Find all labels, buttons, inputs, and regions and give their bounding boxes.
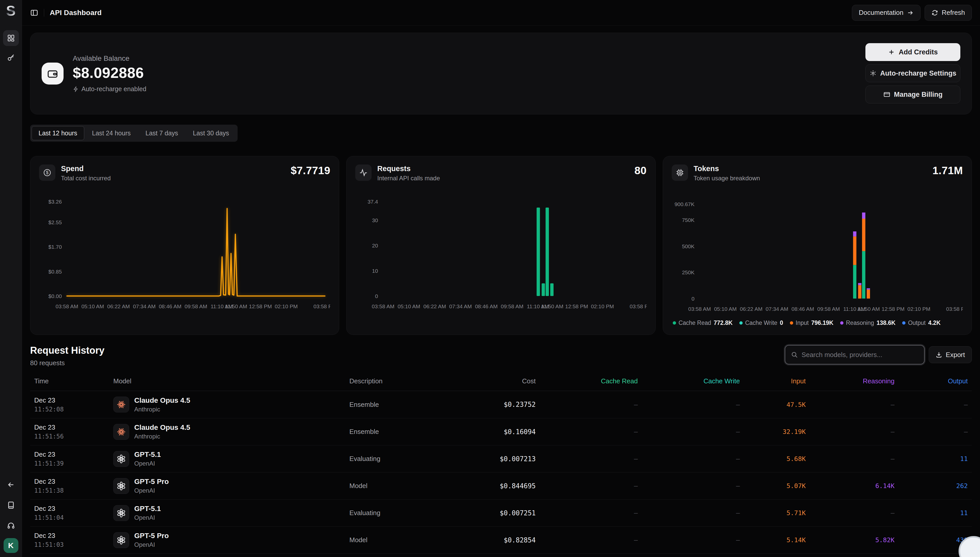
main-area: API Dashboard Documentation Refresh (22, 0, 980, 557)
svg-text:$0.85: $0.85 (49, 269, 62, 275)
svg-text:12:58 PM: 12:58 PM (565, 303, 588, 309)
autorecharge-note: Auto-recharge enabled (81, 85, 146, 93)
cell-output: 11 (894, 509, 968, 517)
cell-description: Model (349, 482, 459, 490)
request-history-section: Request History 80 requests (30, 345, 972, 557)
sidebar-item-support[interactable] (3, 518, 19, 534)
legend-value: 138.6K (877, 319, 896, 326)
wallet-icon (42, 63, 63, 85)
svg-text:05:10 AM: 05:10 AM (398, 303, 420, 309)
cell-reasoning: — (806, 455, 894, 463)
spend-subtitle: Total cost incurred (61, 175, 111, 182)
row-time: 11:51:03 (34, 541, 113, 548)
column-header-cache-write: Cache Write (638, 377, 740, 385)
history-title: Request History (30, 345, 104, 356)
table-row[interactable]: Dec 2311:51:39GPT-5.1OpenAIEvaluating$0.… (30, 445, 972, 472)
row-time: 11:51:39 (34, 460, 113, 467)
cell-output: 438 (894, 536, 968, 544)
svg-text:$3.26: $3.26 (49, 199, 62, 205)
sidebar-item-api-keys[interactable] (3, 50, 19, 65)
cell-time: Dec 2311:51:04 (34, 505, 113, 521)
svg-text:05:10 AM: 05:10 AM (714, 306, 737, 312)
svg-text:02:10 PM: 02:10 PM (275, 303, 298, 309)
tokens-value: 1.71M (933, 164, 963, 177)
sidebar-item-dashboard[interactable] (3, 30, 19, 46)
legend-item: Input796.19K (790, 319, 834, 326)
topbar: API Dashboard Documentation Refresh (22, 0, 980, 26)
spend-value: $7.7719 (291, 164, 330, 177)
column-header-description: Description (349, 377, 459, 385)
time-range-tab-3[interactable]: Last 30 days (186, 126, 236, 140)
sidebar-collapse-button[interactable] (3, 477, 19, 493)
table-row[interactable]: Dec 2311:51:03GPT-5 ProOpenAIModel$0.828… (30, 526, 972, 554)
cell-model: GPT-5 ProOpenAI (113, 532, 349, 548)
svg-text:$2.55: $2.55 (49, 219, 62, 225)
cell-input: 5.68K (740, 455, 806, 463)
refresh-button[interactable]: Refresh (925, 5, 972, 21)
table-header: TimeModelDescriptionCostCache ReadCache … (30, 374, 972, 391)
time-range-tab-2[interactable]: Last 7 days (139, 126, 185, 140)
table-row[interactable]: Dec 2311:51:04GPT-5.1OpenAIEvaluating$0.… (30, 499, 972, 526)
cell-time: Dec 2311:51:03 (34, 532, 113, 548)
row-time: 11:51:04 (34, 514, 113, 521)
spend-chart: $0.00$0.85$1.70$2.55$3.2603:58 AM05:10 A… (39, 194, 330, 314)
sidebar: S (0, 0, 22, 557)
balance-label: Available Balance (73, 54, 146, 63)
cell-cache-read: — (536, 428, 638, 435)
table-row[interactable]: Dec 2311:52:08Claude Opus 4.5AnthropicEn… (30, 391, 972, 418)
svg-text:05:10 AM: 05:10 AM (81, 303, 104, 309)
export-button[interactable]: Export (929, 346, 972, 363)
documentation-label: Documentation (859, 9, 904, 16)
time-range-tab-0[interactable]: Last 12 hours (32, 126, 84, 140)
balance-card: Available Balance $8.092886 Auto-recharg… (30, 33, 972, 114)
row-date: Dec 23 (34, 451, 113, 458)
cell-model: Claude Opus 4.5Anthropic (113, 396, 349, 413)
svg-text:$: $ (46, 170, 49, 175)
autorecharge-settings-button[interactable]: Auto-recharge Settings (865, 64, 961, 82)
svg-text:06:22 AM: 06:22 AM (107, 303, 130, 309)
documentation-button[interactable]: Documentation (852, 5, 920, 21)
model-text: Claude Opus 4.5Anthropic (134, 423, 190, 440)
tokens-card: Tokens Token usage breakdown 1.71M 0250K… (663, 156, 972, 335)
manage-billing-button[interactable]: Manage Billing (865, 86, 961, 103)
cell-input: 47.5K (740, 401, 806, 408)
legend-item: Reasoning138.6K (840, 319, 896, 326)
legend-value: 0 (780, 319, 783, 326)
table-row[interactable]: Dec 2311:51:56Claude Opus 4.5AnthropicEn… (30, 418, 972, 445)
cell-input: 5.71K (740, 509, 806, 517)
svg-text:250K: 250K (682, 269, 694, 275)
svg-text:03:58 PM: 03:58 PM (946, 306, 963, 312)
refresh-icon (931, 10, 938, 16)
svg-text:10: 10 (372, 268, 378, 274)
svg-text:09:58 AM: 09:58 AM (817, 306, 840, 312)
time-range-tab-1[interactable]: Last 24 hours (85, 126, 138, 140)
headphones-icon (7, 521, 15, 530)
svg-text:500K: 500K (682, 243, 694, 249)
cell-time: Dec 2311:52:08 (34, 396, 113, 413)
search-input[interactable] (802, 351, 918, 359)
cell-time: Dec 2311:51:56 (34, 423, 113, 440)
add-credits-button[interactable]: Add Credits (865, 43, 961, 61)
panel-toggle-button[interactable] (30, 9, 38, 17)
cell-reasoning: — (806, 401, 894, 408)
model-provider: OpenAI (134, 541, 169, 548)
model-name: GPT-5 Pro (134, 532, 169, 540)
table-row[interactable]: Dec 23GPT-5.1OpenAIEvaluating$0.013681——… (30, 554, 972, 557)
table-row[interactable]: Dec 2311:51:38GPT-5 ProOpenAIModel$0.844… (30, 472, 972, 499)
cell-cost: $0.16094 (459, 428, 536, 436)
avatar[interactable]: K (3, 538, 18, 553)
openai-icon (113, 451, 129, 467)
row-time: 11:51:56 (34, 433, 113, 440)
openai-icon (113, 532, 129, 548)
svg-text:0: 0 (375, 293, 378, 299)
export-label: Export (946, 351, 965, 359)
cell-model: GPT-5.1OpenAI (113, 505, 349, 521)
sidebar-item-docs[interactable] (3, 497, 19, 513)
autorecharge-settings-label: Auto-recharge Settings (880, 70, 957, 77)
svg-text:11:50 AM: 11:50 AM (858, 306, 880, 312)
model-text: GPT-5 ProOpenAI (134, 477, 169, 494)
topbar-divider (44, 9, 44, 16)
refresh-label: Refresh (942, 9, 965, 16)
model-name: Claude Opus 4.5 (134, 396, 190, 404)
cell-cache-write: — (638, 509, 740, 517)
